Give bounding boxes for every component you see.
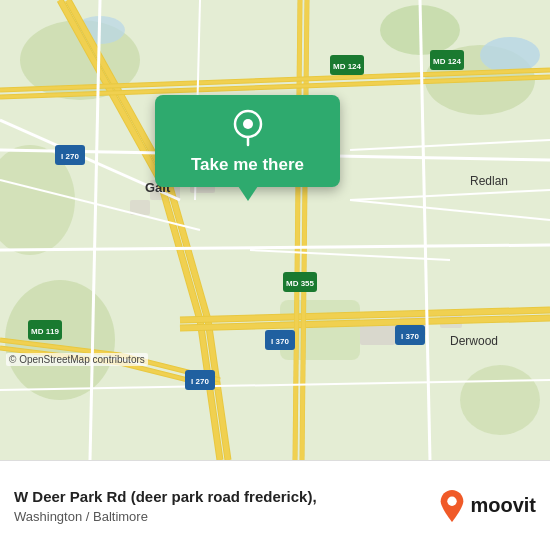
svg-text:I 270: I 270 — [61, 152, 79, 161]
svg-text:MD 124: MD 124 — [433, 57, 462, 66]
svg-point-8 — [480, 37, 540, 73]
map-attribution: © OpenStreetMap contributors — [6, 353, 148, 366]
location-title: W Deer Park Rd (deer park road frederick… — [14, 487, 428, 507]
moovit-pin-icon — [438, 489, 466, 523]
location-subtitle: Washington / Baltimore — [14, 509, 428, 524]
svg-text:MD 119: MD 119 — [31, 327, 60, 336]
svg-text:MD 355: MD 355 — [286, 279, 315, 288]
svg-point-37 — [448, 496, 457, 505]
moovit-logo-text: moovit — [470, 494, 536, 517]
svg-text:I 370: I 370 — [271, 337, 289, 346]
moovit-logo: moovit — [438, 489, 536, 523]
take-me-there-label: Take me there — [191, 155, 304, 175]
svg-text:I 370: I 370 — [401, 332, 419, 341]
svg-text:I 270: I 270 — [191, 377, 209, 386]
take-me-there-popup[interactable]: Take me there — [155, 95, 340, 187]
bottom-bar: W Deer Park Rd (deer park road frederick… — [0, 460, 550, 550]
map-container: I 270 I 270 I 370 I 370 MD 124 MD 124 MD… — [0, 0, 550, 460]
svg-point-36 — [243, 119, 253, 129]
location-info: W Deer Park Rd (deer park road frederick… — [14, 487, 428, 524]
svg-text:Derwood: Derwood — [450, 334, 498, 348]
svg-point-5 — [5, 280, 115, 400]
location-pin-icon — [229, 109, 267, 147]
svg-text:Redlan: Redlan — [470, 174, 508, 188]
svg-point-6 — [460, 365, 540, 435]
svg-text:MD 124: MD 124 — [333, 62, 362, 71]
